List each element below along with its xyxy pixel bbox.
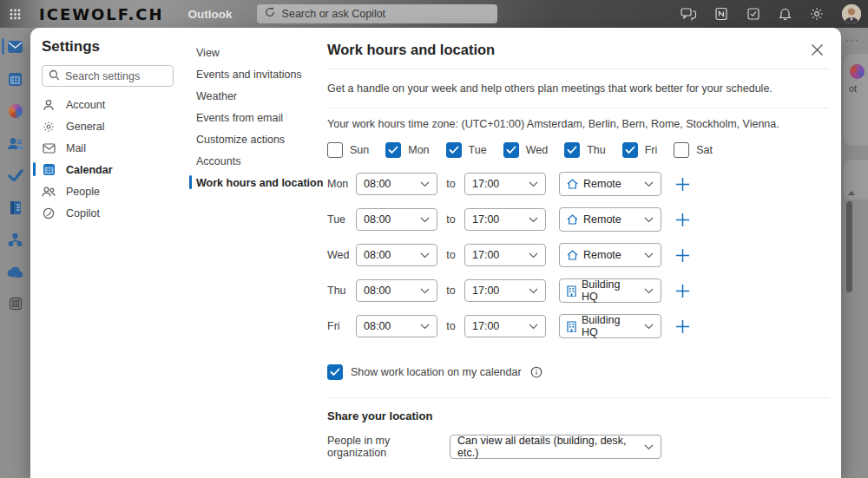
submenu-item-accounts[interactable]: Accounts: [185, 150, 327, 172]
nav-item-people[interactable]: People: [42, 180, 174, 202]
add-time-slot-icon[interactable]: [675, 248, 690, 263]
rail-copilot-icon[interactable]: [0, 102, 30, 120]
add-time-slot-icon[interactable]: [675, 177, 690, 192]
rail-onedrive-icon[interactable]: [0, 263, 30, 280]
location-dropdown[interactable]: Building HQ: [559, 278, 661, 303]
checkbox[interactable]: [446, 142, 462, 158]
day-checkbox-wed[interactable]: Wed: [503, 142, 548, 158]
user-avatar[interactable]: [842, 4, 861, 23]
end-time-dropdown[interactable]: 17:00: [464, 244, 546, 266]
location-value: Building HQ: [582, 278, 639, 303]
submenu-label: Accounts: [196, 155, 240, 167]
rail-org-icon[interactable]: [0, 231, 30, 248]
rail-todo-icon[interactable]: [0, 167, 30, 184]
day-checkbox-mon[interactable]: Mon: [385, 142, 429, 158]
start-time-dropdown[interactable]: 08:00: [356, 244, 437, 266]
info-icon[interactable]: [530, 366, 542, 378]
checkbox[interactable]: [327, 142, 343, 158]
rail-notebook-icon[interactable]: [0, 199, 30, 216]
row-day-label: Mon: [327, 178, 356, 190]
rail-calendar-icon[interactable]: [0, 70, 30, 88]
checkbox[interactable]: [503, 142, 519, 158]
chevron-down-icon: [644, 217, 654, 223]
day-checkbox-sat[interactable]: Sat: [674, 142, 713, 158]
start-time-value: 08:00: [364, 285, 391, 297]
calendar-submenu: View Events and invitations Weather Even…: [185, 28, 327, 478]
person-icon: [42, 99, 56, 111]
chat-icon[interactable]: [681, 7, 696, 21]
settings-search[interactable]: [42, 65, 174, 87]
submenu-label: Events and invitations: [196, 69, 302, 81]
location-icon: [567, 214, 578, 225]
checkbox[interactable]: [564, 142, 580, 158]
nav-item-account[interactable]: Account: [42, 94, 174, 115]
bell-icon[interactable]: [779, 7, 792, 21]
settings-search-input[interactable]: [65, 70, 167, 82]
add-time-slot-icon[interactable]: [675, 284, 690, 298]
app-launcher-waffle-icon[interactable]: [0, 9, 30, 20]
day-checkbox-fri[interactable]: Fri: [622, 142, 658, 158]
close-icon[interactable]: [805, 38, 829, 62]
location-dropdown[interactable]: Remote: [559, 243, 661, 267]
submenu-label: Weather: [196, 90, 237, 102]
submenu-item-work-hours[interactable]: Work hours and location: [185, 172, 327, 193]
start-time-dropdown[interactable]: 08:00: [356, 208, 437, 231]
global-search-input[interactable]: [282, 8, 490, 20]
start-time-dropdown[interactable]: 08:00: [356, 173, 437, 195]
location-dropdown[interactable]: Remote: [559, 207, 661, 232]
location-dropdown[interactable]: Remote: [559, 172, 661, 196]
day-checkbox-sun[interactable]: Sun: [327, 142, 369, 158]
end-time-value: 17:00: [472, 178, 499, 190]
chevron-down-icon: [420, 324, 430, 330]
rail-mail-icon[interactable]: [0, 38, 30, 56]
location-dropdown[interactable]: Building HQ: [559, 314, 661, 338]
panel-description: Get a handle on your week and help other…: [327, 69, 829, 108]
nav-item-mail[interactable]: Mail: [42, 137, 174, 159]
submenu-item-events-from-email[interactable]: Events from email: [185, 107, 327, 128]
start-time-dropdown[interactable]: 08:00: [356, 279, 437, 302]
day-checkbox-tue[interactable]: Tue: [446, 142, 487, 158]
nav-item-copilot[interactable]: Copilot: [42, 202, 174, 224]
checkbox[interactable]: [674, 142, 689, 158]
location-icon: [567, 321, 576, 332]
chevron-down-icon: [420, 252, 430, 259]
submenu-item-view[interactable]: View: [185, 42, 327, 63]
location-value: Remote: [583, 249, 621, 261]
notes-icon[interactable]: [714, 7, 728, 21]
checkbox[interactable]: [327, 364, 343, 380]
add-time-slot-icon[interactable]: [675, 213, 690, 227]
submenu-item-customize-actions[interactable]: Customize actions: [185, 128, 327, 150]
submenu-label: Customize actions: [196, 134, 285, 146]
end-time-dropdown[interactable]: 17:00: [464, 173, 546, 195]
submenu-item-weather[interactable]: Weather: [185, 85, 327, 107]
add-time-slot-icon[interactable]: [675, 319, 690, 334]
end-time-dropdown[interactable]: 17:00: [464, 208, 546, 231]
checkbox[interactable]: [385, 142, 401, 158]
submenu-item-events-invitations[interactable]: Events and invitations: [185, 63, 327, 85]
end-time-value: 17:00: [472, 249, 499, 261]
rail-people-icon[interactable]: [0, 134, 30, 152]
start-time-dropdown[interactable]: 08:00: [356, 315, 437, 337]
nav-item-calendar[interactable]: Calendar: [42, 159, 174, 180]
share-detail-dropdown[interactable]: Can view all details (building, desk, et…: [450, 435, 661, 459]
work-hour-row-mon: Mon 08:00 to 17:00: [327, 172, 829, 196]
top-bar: ICEWOLF.CH Outlook: [0, 0, 868, 28]
settings-gear-icon[interactable]: [810, 7, 824, 21]
copilot-label-fragment: ot: [849, 83, 857, 94]
show-location-label: Show work location on my calendar: [351, 366, 522, 378]
end-time-dropdown[interactable]: 17:00: [464, 279, 546, 302]
row-day-label: Tue: [327, 213, 356, 226]
background-scrollbar-thumb[interactable]: [846, 201, 852, 292]
day-checkbox-thu[interactable]: Thu: [564, 142, 606, 158]
start-time-value: 08:00: [364, 320, 391, 332]
show-location-checkbox[interactable]: Show work location on my calendar: [327, 364, 829, 380]
end-time-dropdown[interactable]: 17:00: [464, 315, 546, 337]
checkbox[interactable]: [622, 142, 638, 158]
rail-more-apps-icon[interactable]: [0, 295, 30, 312]
share-location-heading: Share your location: [327, 409, 829, 422]
scroll-up-arrow-icon[interactable]: [848, 191, 855, 195]
tasks-icon[interactable]: [746, 7, 760, 21]
nav-item-general[interactable]: General: [42, 115, 174, 137]
to-label: to: [437, 178, 464, 190]
global-search[interactable]: [257, 4, 497, 23]
